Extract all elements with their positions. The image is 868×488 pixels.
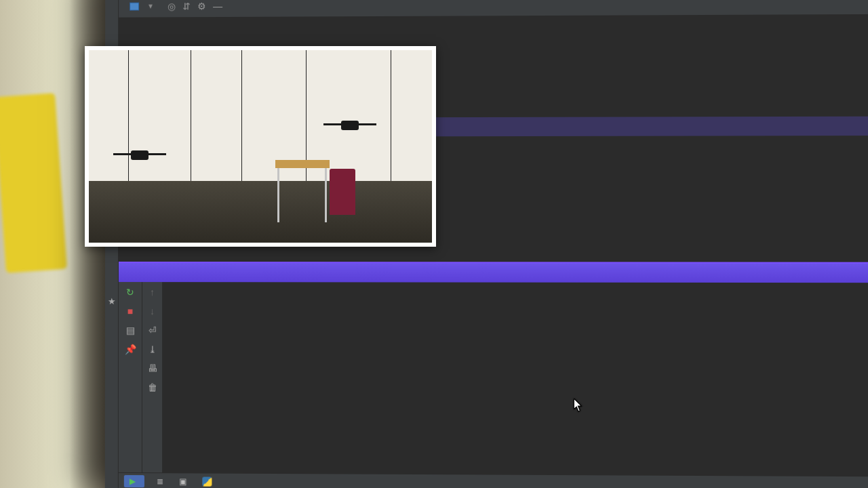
gear-icon[interactable]: ⚙ <box>197 1 206 12</box>
run-header <box>119 263 868 283</box>
drone-right <box>326 121 374 130</box>
bottom-run-button[interactable]: ▶ <box>124 474 144 487</box>
video-pip <box>85 46 436 247</box>
bottom-terminal-button[interactable]: ▣ <box>179 476 190 486</box>
export-icon[interactable]: ⤓ <box>146 343 158 355</box>
minimize-icon[interactable]: — <box>213 1 222 12</box>
yellow-chair <box>0 93 67 273</box>
star-icon[interactable]: ★ <box>107 296 115 306</box>
toolbar-icons: ◎ ⇵ ⚙ — <box>161 0 229 17</box>
run-body: ↻ ■ ▤ 📌 ↑ ↓ ⏎ ⤓ 🖶 🗑 <box>119 282 868 476</box>
wrap-icon[interactable]: ⏎ <box>146 324 158 336</box>
list-icon: ≣ <box>157 476 163 486</box>
desk <box>275 160 330 168</box>
play-icon: ▶ <box>130 476 136 485</box>
bottom-todo-button[interactable]: ≣ <box>157 476 167 486</box>
chevron-down-icon: ▼ <box>147 2 154 9</box>
rerun-icon[interactable]: ↻ <box>124 286 136 298</box>
trash-icon[interactable]: 🗑 <box>146 381 158 393</box>
layout-icon[interactable]: ▤ <box>124 324 136 336</box>
pip-scene <box>89 50 432 243</box>
run-gutter-left: ↻ ■ ▤ 📌 <box>119 282 142 472</box>
python-icon <box>202 476 212 486</box>
run-tool-window: ↻ ■ ▤ 📌 ↑ ↓ ⏎ ⤓ 🖶 🗑 <box>119 262 868 476</box>
pin-icon[interactable]: 📌 <box>124 343 136 355</box>
bottom-pyconsole-button[interactable] <box>202 476 215 486</box>
up-icon[interactable]: ↑ <box>146 286 158 298</box>
console-output[interactable] <box>162 282 868 476</box>
drone-left <box>116 150 163 160</box>
collapse-icon[interactable]: ⇵ <box>182 1 191 12</box>
project-dropdown[interactable]: ▼ <box>123 0 161 18</box>
print-icon[interactable]: 🖶 <box>146 362 158 374</box>
down-icon[interactable]: ↓ <box>146 305 158 317</box>
target-icon[interactable]: ◎ <box>167 1 176 12</box>
project-icon <box>130 2 139 10</box>
run-label <box>119 263 135 282</box>
mouse-cursor <box>574 399 583 412</box>
stop-icon[interactable]: ■ <box>124 305 136 317</box>
editor-tabs <box>229 0 868 17</box>
terminal-icon: ▣ <box>179 476 186 486</box>
chair <box>330 169 355 215</box>
run-gutter-right: ↑ ↓ ⏎ ⤓ 🖶 🗑 <box>142 282 162 472</box>
